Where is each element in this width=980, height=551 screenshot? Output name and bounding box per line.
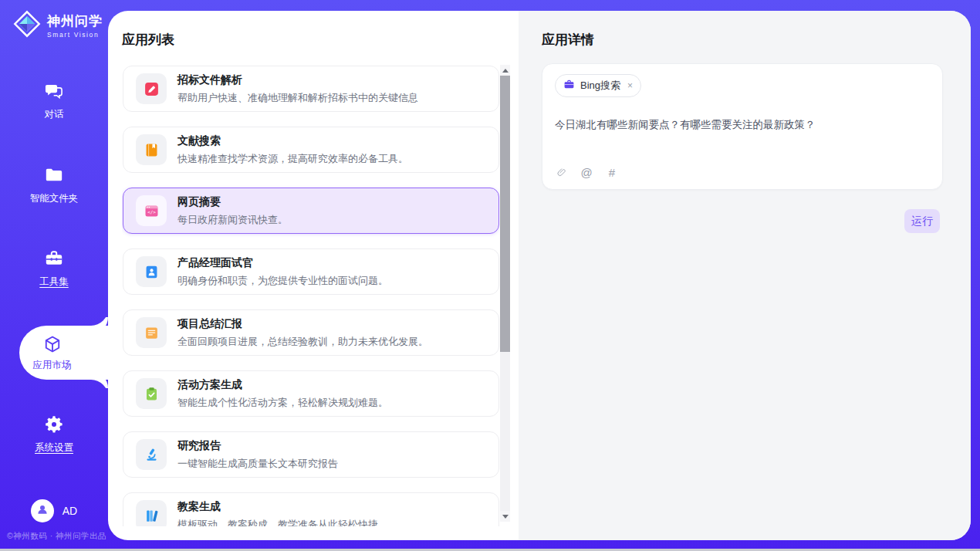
plan-icon <box>136 378 167 409</box>
research-icon <box>136 439 167 470</box>
app-card-web-summary[interactable]: </>网页摘要每日政府新闻资讯快查。 <box>123 188 499 234</box>
avatar <box>31 499 54 522</box>
app-window: 神州问学 Smart Vision 对话智能文件夹工具集应用市场系统设置 AD … <box>0 0 980 551</box>
app-list-title: 应用列表 <box>122 31 174 49</box>
sidebar-item-chat[interactable]: 对话 <box>0 81 108 121</box>
copyright-footer: ©神州数码 · 神州问学出品 <box>7 531 106 542</box>
sidebar-item-label: 对话 <box>45 108 64 121</box>
run-button[interactable]: 运行 <box>904 209 940 233</box>
app-card-text: 活动方案生成智能生成个性化活动方案，轻松解决规划难题。 <box>177 378 388 410</box>
app-logo: 神州问学 Smart Vision <box>12 9 103 42</box>
app-card-title: 产品经理面试官 <box>177 256 388 270</box>
hash-icon[interactable]: # <box>606 165 618 179</box>
sidebar-item-label: 系统设置 <box>35 441 73 455</box>
sidebar-item-app-market[interactable]: 应用市场 <box>19 326 108 380</box>
logo-diamond-icon <box>12 9 42 42</box>
chat-icon <box>44 81 64 101</box>
at-icon[interactable]: @ <box>580 165 593 179</box>
app-card-title: 招标文件解析 <box>177 73 418 87</box>
scrollbar-thumb[interactable] <box>500 76 510 352</box>
app-detail-title: 应用详情 <box>542 31 594 49</box>
app-card-title: 文献搜索 <box>177 134 408 148</box>
app-card-bid-analysis[interactable]: 招标文件解析帮助用户快速、准确地理解和解析招标书中的关键信息 <box>123 66 499 112</box>
summary-icon <box>136 317 167 348</box>
user-account[interactable]: AD <box>0 499 108 522</box>
sidebar-item-toolset[interactable]: 工具集 <box>0 248 108 289</box>
paperclip-icon[interactable] <box>555 165 567 179</box>
book-icon <box>136 134 167 165</box>
sidebar-item-label: 工具集 <box>39 276 69 289</box>
triangle-up-icon <box>502 69 509 73</box>
app-card-literature-search[interactable]: 文献搜索快速精准查找学术资源，提高研究效率的必备工具。 <box>123 127 499 173</box>
app-card-desc: 一键智能生成高质量长文本研究报告 <box>177 457 338 471</box>
app-card-text: 产品经理面试官明确身份和职责，为您提供专业性的面试问题。 <box>177 256 388 288</box>
folder-icon <box>44 165 64 185</box>
web-icon: </> <box>136 195 167 226</box>
main-content: 应用列表 招标文件解析帮助用户快速、准确地理解和解析招标书中的关键信息文献搜索快… <box>108 11 971 540</box>
app-card-text: 项目总结汇报全面回顾项目进展，总结经验教训，助力未来优化发展。 <box>177 317 428 349</box>
app-card-desc: 智能生成个性化活动方案，轻松解决规划难题。 <box>177 396 388 410</box>
query-input[interactable]: 今日湖北有哪些新闻要点？有哪些需要关注的最新政策？ <box>555 117 930 133</box>
sidebar-item-smart-folder[interactable]: 智能文件夹 <box>0 165 108 205</box>
lesson-icon <box>136 500 167 526</box>
app-card-title: 研究报告 <box>177 439 338 453</box>
interview-icon <box>136 256 167 287</box>
app-card-title: 项目总结汇报 <box>177 317 428 331</box>
toolbox-icon <box>44 248 64 269</box>
app-card-text: 招标文件解析帮助用户快速、准确地理解和解析招标书中的关键信息 <box>177 73 418 105</box>
app-card-text: 教案生成模板驱动，教案秒成，教学准备从此轻松快捷 <box>177 500 378 527</box>
cube-icon <box>42 334 63 354</box>
app-card-text: 研究报告一键智能生成高质量长文本研究报告 <box>177 439 338 471</box>
app-card-title: 网页摘要 <box>177 195 288 209</box>
edit-icon <box>136 73 167 104</box>
app-card-desc: 明确身份和职责，为您提供专业性的面试问题。 <box>177 274 388 288</box>
user-icon <box>35 502 49 519</box>
sidebar-item-label: 智能文件夹 <box>30 192 79 205</box>
app-card-desc: 每日政府新闻资讯快查。 <box>177 213 288 227</box>
app-subtitle: Smart Vision <box>47 31 103 39</box>
app-card-project-summary[interactable]: 项目总结汇报全面回顾项目进展，总结经验教训，助力未来优化发展。 <box>123 309 499 356</box>
svg-text:</>: </> <box>147 210 156 215</box>
app-card-desc: 帮助用户快速、准确地理解和解析招标书中的关键信息 <box>177 91 418 105</box>
app-card-desc: 全面回顾项目进展，总结经验教训，助力未来优化发展。 <box>177 335 428 349</box>
app-card-desc: 快速精准查找学术资源，提高研究效率的必备工具。 <box>177 152 408 166</box>
app-card-lesson-plan[interactable]: 教案生成模板驱动，教案秒成，教学准备从此轻松快捷 <box>123 492 499 526</box>
app-card-title: 活动方案生成 <box>177 378 388 392</box>
app-card-desc: 模板驱动，教案秒成，教学准备从此轻松快捷 <box>177 518 378 527</box>
gear-icon <box>44 414 64 434</box>
composer-toolbar: @ # <box>555 165 618 179</box>
briefcase-icon <box>563 79 575 93</box>
user-initials: AD <box>63 505 77 517</box>
app-name: 神州问学 <box>47 12 103 30</box>
tool-chip-label: Bing搜索 <box>580 79 620 93</box>
scrollbar[interactable] <box>500 65 510 522</box>
sidebar: 神州问学 Smart Vision 对话智能文件夹工具集应用市场系统设置 AD … <box>0 0 108 549</box>
tool-chip-bing-search[interactable]: Bing搜索 × <box>555 74 641 97</box>
app-card-research-report[interactable]: 研究报告一键智能生成高质量长文本研究报告 <box>123 431 499 478</box>
app-detail-panel: 应用详情 Bing搜索 × 今日湖北有哪些新闻要点？有哪些需要关注的最新政策？ … <box>519 11 971 540</box>
app-card-text: 文献搜索快速精准查找学术资源，提高研究效率的必备工具。 <box>177 134 408 166</box>
app-card-pm-interviewer[interactable]: 产品经理面试官明确身份和职责，为您提供专业性的面试问题。 <box>123 248 499 295</box>
sidebar-item-settings[interactable]: 系统设置 <box>0 414 108 455</box>
sidebar-item-label: 应用市场 <box>33 359 72 372</box>
app-list: 招标文件解析帮助用户快速、准确地理解和解析招标书中的关键信息文献搜索快速精准查找… <box>122 65 499 526</box>
app-card-title: 教案生成 <box>177 500 378 514</box>
triangle-down-icon <box>502 515 509 519</box>
chip-close-icon[interactable]: × <box>627 80 633 91</box>
prompt-card: Bing搜索 × 今日湖北有哪些新闻要点？有哪些需要关注的最新政策？ @ # <box>542 63 943 190</box>
scroll-up-button[interactable] <box>500 65 510 76</box>
scroll-down-button[interactable] <box>500 511 510 522</box>
app-card-event-plan[interactable]: 活动方案生成智能生成个性化活动方案，轻松解决规划难题。 <box>123 370 499 417</box>
app-card-text: 网页摘要每日政府新闻资讯快查。 <box>177 195 288 227</box>
